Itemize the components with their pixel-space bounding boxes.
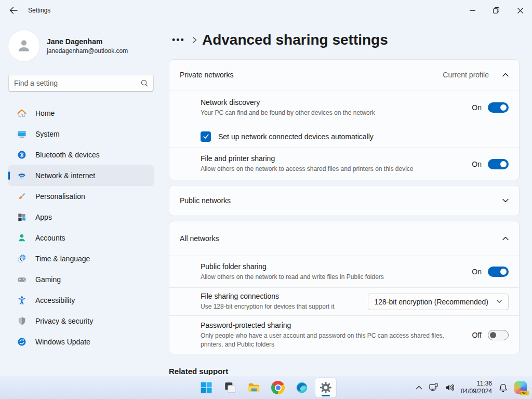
copilot-button[interactable]: PRE (514, 381, 527, 394)
chrome-button[interactable] (268, 378, 288, 397)
sidebar-item-label: Accessibility (35, 296, 75, 304)
user-profile[interactable]: Jane Dagenham janedagenham@outlook.com (8, 30, 166, 61)
shield-icon (17, 316, 27, 326)
sidebar-item-label: Apps (35, 213, 52, 221)
password-protected-sharing-toggle[interactable] (488, 330, 509, 340)
sidebar-item-accessibility[interactable]: Accessibility (8, 290, 154, 311)
sidebar-item-accounts[interactable]: Accounts (8, 228, 154, 248)
settings-taskbar-button[interactable] (315, 378, 336, 397)
setup-devices-checkbox[interactable] (201, 131, 211, 142)
apps-icon (17, 212, 27, 222)
section-title: All networks (180, 234, 219, 243)
setting-title: File and printer sharing (201, 154, 414, 163)
network-discovery-row: Network discovery Your PC can find and b… (169, 90, 519, 125)
user-email: janedagenham@outlook.com (47, 47, 128, 55)
sidebar-item-label: Personalisation (35, 192, 85, 201)
sidebar-item-label: Windows Update (35, 338, 90, 346)
sidebar-item-system[interactable]: System (8, 124, 154, 144)
taskbar-center (196, 378, 336, 397)
file-sharing-connections-row: File sharing connections Use 128-bit enc… (169, 287, 519, 315)
chevron-up-icon (416, 385, 422, 390)
encryption-dropdown[interactable]: 128-bit encryption (Recommended) (368, 294, 509, 310)
breadcrumb-ellipsis-button[interactable]: ••• (169, 35, 188, 46)
setting-title: File sharing connections (201, 292, 334, 300)
section-title: Private networks (180, 71, 233, 79)
accessibility-icon (17, 295, 27, 305)
task-view-icon (223, 381, 237, 394)
all-networks-card: All networks Public folder sharing Allow… (169, 221, 520, 354)
file-printer-sharing-row: File and printer sharing Allow others on… (169, 148, 519, 180)
public-folder-sharing-toggle[interactable] (488, 267, 509, 277)
sidebar-item-label: System (35, 130, 60, 138)
toggle-knob (500, 269, 507, 275)
sidebar-item-personalisation[interactable]: Personalisation (8, 186, 154, 207)
setting-description: Your PC can find and be found by other d… (201, 109, 375, 117)
toggle-state-label: On (472, 160, 482, 168)
settings-sidebar: Jane Dagenham janedagenham@outlook.com H… (0, 21, 166, 375)
sidebar-item-windows-update[interactable]: Windows Update (8, 331, 154, 352)
setting-description: Use 128-bit encryption for devices that … (201, 302, 334, 311)
start-button[interactable] (196, 378, 217, 397)
task-view-button[interactable] (220, 378, 241, 397)
sidebar-item-apps[interactable]: Apps (8, 207, 154, 228)
toggle-state-label: Off (472, 331, 482, 339)
chevron-down-icon (497, 300, 502, 303)
search-input[interactable] (14, 79, 141, 87)
sidebar-item-network-internet[interactable]: Network & internet (8, 165, 154, 186)
file-explorer-icon (247, 381, 261, 394)
hidden-icons-button[interactable] (416, 385, 422, 390)
titlebar: Settings (0, 0, 532, 21)
search-box[interactable] (8, 75, 154, 91)
public-networks-card: Public networks (169, 185, 520, 216)
copilot-pre-badge: PRE (520, 391, 529, 395)
file-printer-sharing-toggle[interactable] (488, 159, 509, 169)
sidebar-item-home[interactable]: Home (8, 103, 154, 124)
password-protected-sharing-row: Password-protected sharing Only people w… (169, 315, 519, 354)
public-folder-sharing-row: Public folder sharing Allow others on th… (169, 256, 519, 287)
setting-title: Network discovery (201, 98, 375, 107)
minimize-button[interactable] (460, 0, 484, 21)
active-app-indicator (322, 395, 330, 396)
wifi-icon (17, 170, 27, 181)
settings-gear-icon (319, 381, 332, 394)
private-networks-header[interactable]: Private networks Current profile (169, 60, 519, 90)
sidebar-item-privacy-security[interactable]: Privacy & security (8, 311, 154, 331)
ethernet-icon (429, 383, 438, 392)
checkmark-icon (203, 133, 209, 140)
file-explorer-button[interactable] (244, 378, 264, 397)
public-networks-header[interactable]: Public networks (169, 185, 519, 216)
sidebar-item-bluetooth-devices[interactable]: Bluetooth & devices (8, 144, 154, 165)
close-button[interactable] (508, 0, 532, 21)
app-title: Settings (28, 7, 50, 14)
toggle-knob (500, 104, 507, 111)
setting-description: Allow others on the network to access sh… (201, 165, 414, 173)
close-icon (517, 8, 523, 14)
network-discovery-toggle[interactable] (488, 102, 509, 113)
edge-button[interactable] (291, 378, 312, 397)
sidebar-item-gaming[interactable]: Gaming (8, 269, 154, 290)
sidebar-item-time-language[interactable]: Time & language (8, 248, 154, 269)
current-profile-badge: Current profile (443, 71, 489, 79)
sidebar-nav: Home System (8, 103, 166, 352)
system-icon (17, 129, 27, 139)
sidebar-item-label: Home (35, 109, 55, 117)
restore-button[interactable] (484, 0, 508, 21)
chevron-up-icon (502, 73, 509, 77)
volume-tray-button[interactable] (445, 384, 454, 391)
page-title: Advanced sharing settings (202, 32, 388, 48)
bluetooth-icon (17, 150, 27, 160)
back-button[interactable] (3, 2, 24, 19)
taskbar: 11:36 04/09/2024 PRE (0, 375, 532, 399)
edge-icon (295, 381, 309, 394)
chevron-down-icon (502, 198, 509, 203)
brush-icon (17, 191, 27, 202)
network-tray-button[interactable] (429, 383, 438, 392)
sidebar-item-label: Network & internet (35, 171, 95, 180)
back-arrow-icon (9, 6, 18, 15)
private-networks-card: Private networks Current profile Network… (169, 59, 520, 180)
notifications-button[interactable] (499, 383, 508, 392)
toggle-state-label: On (472, 268, 482, 276)
chrome-icon (271, 381, 285, 394)
all-networks-header[interactable]: All networks (169, 221, 519, 256)
clock[interactable]: 11:36 04/09/2024 (461, 380, 492, 395)
